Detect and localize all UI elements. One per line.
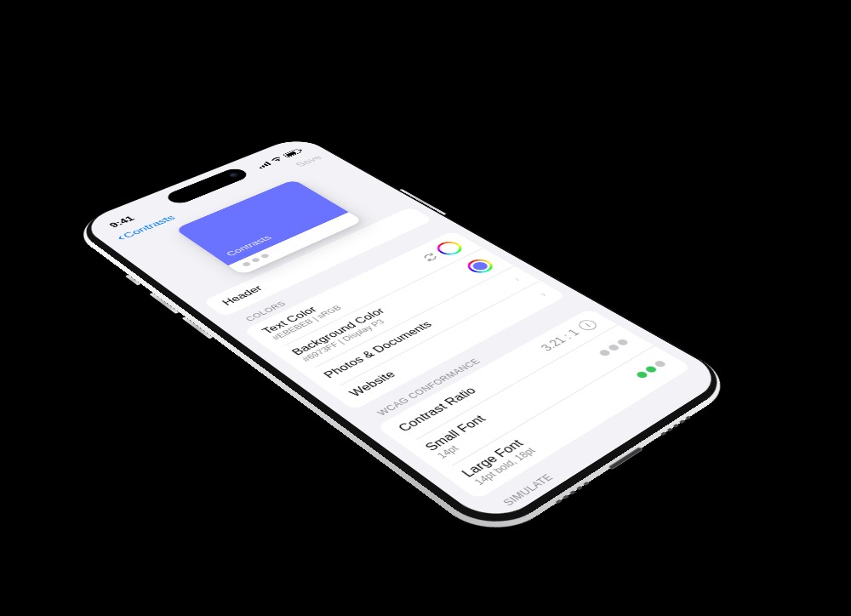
bg-color-picker-icon[interactable] (462, 257, 497, 276)
info-icon[interactable]: i (575, 318, 600, 333)
chevron-right-icon: › (510, 275, 523, 282)
wifi-icon (270, 156, 284, 163)
small-font-score (597, 339, 630, 357)
text-color-picker-icon[interactable] (432, 239, 466, 257)
front-camera (228, 172, 241, 178)
large-font-score (635, 360, 667, 379)
swap-icon[interactable] (420, 252, 440, 262)
cellular-signal-icon (255, 162, 271, 168)
battery-icon (283, 149, 302, 157)
chevron-right-icon: › (535, 290, 549, 298)
